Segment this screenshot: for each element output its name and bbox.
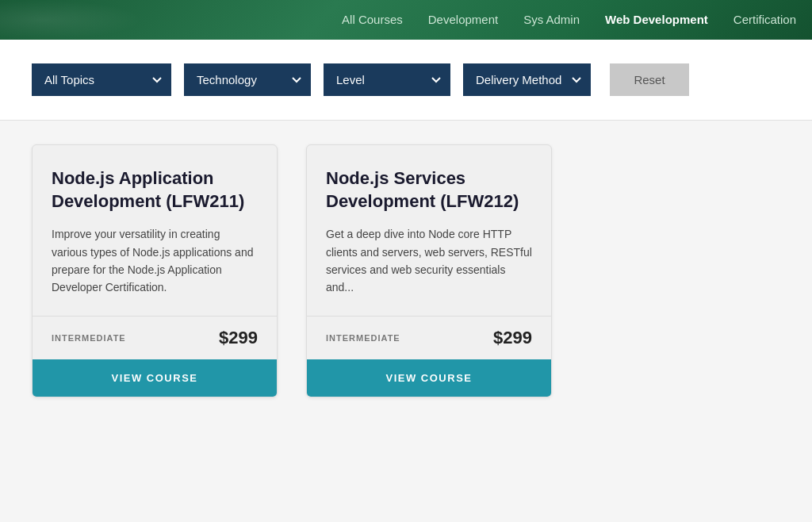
filters-section: All Topics Web Development Linux DevOps … xyxy=(0,40,812,121)
level-filter[interactable]: Level Beginner Intermediate Advanced xyxy=(324,63,450,96)
card-body-lfw212: Node.js Services Development (LFW212) Ge… xyxy=(307,145,551,316)
course-description-lfw212: Get a deep dive into Node core HTTP clie… xyxy=(326,225,532,297)
card-footer-lfw211: INTERMEDIATE $299 xyxy=(33,316,277,359)
delivery-filter[interactable]: Delivery Method Online Classroom Virtual xyxy=(463,63,591,96)
view-course-button-lfw211[interactable]: VIEW COURSE xyxy=(33,359,277,397)
course-level-lfw212: INTERMEDIATE xyxy=(326,333,400,343)
nav-item-all-courses[interactable]: All Courses xyxy=(342,13,403,27)
nav-item-sys-admin[interactable]: Sys Admin xyxy=(523,13,580,27)
courses-grid: Node.js Application Development (LFW211)… xyxy=(0,121,812,421)
card-body-lfw211: Node.js Application Development (LFW211)… xyxy=(33,145,277,316)
nav-list: All Courses Development Sys Admin Web De… xyxy=(342,13,796,27)
reset-button[interactable]: Reset xyxy=(610,63,689,96)
course-price-lfw211: $299 xyxy=(219,328,258,348)
navigation: All Courses Development Sys Admin Web De… xyxy=(0,0,812,40)
card-footer-lfw212: INTERMEDIATE $299 xyxy=(307,316,551,359)
course-level-lfw211: INTERMEDIATE xyxy=(52,333,126,343)
view-course-button-lfw212[interactable]: VIEW COURSE xyxy=(307,359,551,397)
nav-item-development[interactable]: Development xyxy=(428,13,498,27)
course-title-lfw211: Node.js Application Development (LFW211) xyxy=(52,167,258,213)
topics-filter[interactable]: All Topics Web Development Linux DevOps … xyxy=(32,63,171,96)
course-price-lfw212: $299 xyxy=(493,328,532,348)
course-card-lfw212: Node.js Services Development (LFW212) Ge… xyxy=(306,144,552,397)
course-description-lfw211: Improve your versatility in creating var… xyxy=(52,225,258,297)
technology-filter[interactable]: Technology Node.js Python JavaScript Doc… xyxy=(184,63,311,96)
nav-item-certification[interactable]: Certification xyxy=(733,13,796,27)
course-title-lfw212: Node.js Services Development (LFW212) xyxy=(326,167,532,213)
course-card-lfw211: Node.js Application Development (LFW211)… xyxy=(32,144,278,397)
nav-item-web-development[interactable]: Web Development xyxy=(605,13,708,27)
